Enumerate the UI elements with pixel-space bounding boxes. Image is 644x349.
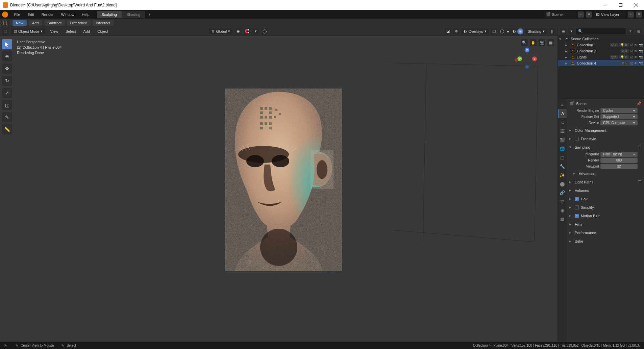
viewport-3d[interactable]: ⊕ ✥ ↻ ⤢ ◫ ✎ 📏 User Perspective (2) Colle… <box>0 36 558 342</box>
panel-color-management[interactable]: ▸Color Management <box>569 127 642 134</box>
viewport-samples-input[interactable]: 32 <box>600 164 638 169</box>
panel-hair[interactable]: ▸✓Hair <box>569 195 642 202</box>
properties-tab-output[interactable]: 🖨 <box>558 118 567 127</box>
select-box-icon[interactable] <box>2 20 8 26</box>
viewlayer-delete-button[interactable]: ✕ <box>636 11 642 18</box>
nav-persp-icon[interactable]: ▦ <box>547 39 554 46</box>
toggle-render[interactable]: 📷 <box>639 55 643 59</box>
toggle-exclude[interactable]: ☑ <box>630 43 633 47</box>
viewport-menu-add[interactable]: Add <box>81 28 93 34</box>
snap-target-icon[interactable]: ▾ <box>252 28 259 35</box>
object-types-visibility[interactable]: ◪ <box>445 28 451 35</box>
nav-zoom-icon[interactable]: 🔍 <box>521 39 528 46</box>
outliner-search-input[interactable]: 🔍 <box>576 28 626 34</box>
workspace-tab-sculpting[interactable]: Sculpting <box>97 11 122 18</box>
outliner-new-collection[interactable]: ⊞ <box>635 28 642 35</box>
editor-type-icon[interactable]: ⬚ <box>2 28 9 35</box>
simplify-checkbox[interactable] <box>575 205 579 209</box>
tool-scale[interactable]: ⤢ <box>2 88 12 98</box>
tool-rotate[interactable]: ↻ <box>2 76 12 86</box>
panel-volumes[interactable]: ▸Volumes <box>569 187 642 194</box>
bool-add-button[interactable]: Add <box>29 20 42 26</box>
tool-measure[interactable]: 📏 <box>2 124 12 134</box>
workspace-add-button[interactable]: + <box>145 11 153 18</box>
shading-rendered[interactable]: ◉ <box>517 28 523 34</box>
toggle-visible[interactable]: 👁 <box>634 55 638 59</box>
toggle-exclude[interactable]: ☑ <box>630 61 633 65</box>
viewport-pause-icon[interactable]: ‖ <box>549 28 555 35</box>
nav-pan-icon[interactable]: ✋ <box>530 39 537 46</box>
shading-solid[interactable]: ● <box>505 28 511 34</box>
feature-set-dropdown[interactable]: Supported▾ <box>600 114 638 119</box>
freestyle-checkbox[interactable] <box>575 137 579 141</box>
toggle-exclude[interactable]: ☑ <box>630 49 633 53</box>
viewport-menu-object[interactable]: Object <box>95 28 111 34</box>
toggle-visible[interactable]: 👁 <box>634 49 638 53</box>
scene-delete-button[interactable]: ✕ <box>586 11 592 18</box>
panel-bake[interactable]: ▸Bake <box>569 238 642 245</box>
twisty-icon[interactable]: ▾ <box>559 37 563 41</box>
properties-tab-data[interactable]: ▽ <box>558 197 567 206</box>
blender-logo-icon[interactable] <box>2 11 8 18</box>
tool-annotate[interactable]: ✎ <box>2 112 12 122</box>
twisty-icon[interactable]: ▸ <box>565 61 569 66</box>
overlays-dropdown[interactable]: ◐ Overlays ▾ <box>461 28 489 34</box>
bool-subtract-button[interactable]: Subtract <box>44 20 65 26</box>
shading-wireframe[interactable]: ◯ <box>499 28 505 34</box>
properties-tab-particles[interactable]: ✨ <box>558 171 567 179</box>
properties-tab-world[interactable]: 🌐 <box>558 144 567 153</box>
viewlayer-selector[interactable]: 🖼 View Layer <box>594 11 626 18</box>
gizmo-toggle[interactable]: ✥ <box>453 28 460 35</box>
properties-tab-scene[interactable]: 🎬 <box>558 135 567 144</box>
motion-blur-checkbox[interactable]: ✓ <box>575 214 579 218</box>
tool-select-box[interactable] <box>2 39 12 49</box>
outliner-scene-collection[interactable]: ▾ 🗀 Scene Collection <box>558 36 644 42</box>
pin-icon[interactable]: 📌 <box>637 101 641 106</box>
outliner-item-collection4[interactable]: ▸ 🗀 Collection 4 ▽1 ☑👁📷 <box>558 60 644 66</box>
properties-tab-material[interactable]: ◉ <box>558 206 567 215</box>
menu-window[interactable]: Window <box>58 11 78 18</box>
toggle-render[interactable]: 📷 <box>639 61 643 65</box>
bool-difference-button[interactable]: Difference <box>67 20 91 26</box>
panel-film[interactable]: ▸Film <box>569 221 642 228</box>
outliner-item-lights[interactable]: ▸ 🗀 Lights ▽5💡2 ☑👁📷 <box>558 54 644 60</box>
properties-tab-texture[interactable]: ▦ <box>558 215 567 223</box>
viewlayer-new-button[interactable]: ▫ <box>628 11 634 18</box>
panel-sampling[interactable]: ▾Sampling☰ <box>569 144 642 151</box>
render-engine-dropdown[interactable]: Cycles▾ <box>600 108 638 113</box>
properties-tab-render[interactable]: ᐃ <box>558 109 567 118</box>
xray-toggle[interactable]: ◫ <box>491 28 497 35</box>
scene-new-button[interactable]: ▫ <box>578 11 584 18</box>
tool-move[interactable]: ✥ <box>2 64 12 74</box>
panel-light-paths[interactable]: ▸Light Paths☰ <box>569 178 642 185</box>
toggle-render[interactable]: 📷 <box>639 49 643 53</box>
outliner-item-collection2[interactable]: ▸ 🗀 Collection 2 ▽3 ☑👁📷 <box>558 48 644 54</box>
bool-intersect-button[interactable]: Intersect <box>93 20 114 26</box>
toggle-visible[interactable]: 👁 <box>634 43 638 47</box>
panel-simplify[interactable]: ▸Simplify <box>569 204 642 211</box>
toggle-render[interactable]: 📷 <box>639 43 643 47</box>
minimize-button[interactable] <box>597 0 613 10</box>
pivot-icon[interactable]: ◉ <box>235 28 242 35</box>
toggle-visible[interactable]: 👁 <box>634 61 638 65</box>
workspace-tab-shading[interactable]: Shading <box>122 11 145 18</box>
tool-transform[interactable]: ◫ <box>2 100 12 110</box>
proportional-toggle[interactable]: ◯ <box>261 28 268 35</box>
properties-tab-object[interactable]: ▢ <box>558 153 567 162</box>
properties-tab-modifiers[interactable]: 🔧 <box>558 162 567 171</box>
menu-render[interactable]: Render <box>38 11 57 18</box>
menu-file[interactable]: File <box>11 11 24 18</box>
render-samples-input[interactable]: 800 <box>600 158 638 163</box>
menu-help[interactable]: Help <box>78 11 93 18</box>
outliner-editor-icon[interactable]: ≣ <box>560 28 567 35</box>
integrator-dropdown[interactable]: Path Tracing▾ <box>600 152 638 157</box>
device-dropdown[interactable]: GPU Compute▾ <box>600 120 638 125</box>
preset-icon[interactable]: ☰ <box>638 180 641 184</box>
menu-edit[interactable]: Edit <box>24 11 38 18</box>
outliner-filter-icon[interactable]: ▿ <box>627 28 634 35</box>
properties-tab-physics[interactable]: ⬤ <box>558 179 567 188</box>
orientation-selector[interactable]: ⊕ Global ▾ <box>209 28 233 34</box>
viewport-menu-select[interactable]: Select <box>63 28 79 34</box>
panel-advanced[interactable]: ▸Advanced <box>569 170 642 177</box>
twisty-icon[interactable]: ▸ <box>565 55 569 59</box>
